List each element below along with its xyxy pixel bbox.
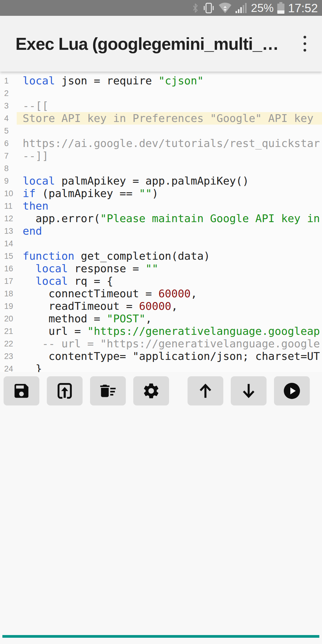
code-line[interactable]: 17 local rq = { [0, 275, 322, 287]
code-line-text[interactable]: } [17, 363, 322, 372]
battery-percent: 25% [251, 2, 274, 14]
code-line-text[interactable]: local response = "" [17, 262, 322, 275]
line-number: 21 [0, 327, 17, 336]
code-line[interactable]: 9local palmApikey = app.palmApiKey() [0, 175, 322, 187]
code-line[interactable]: 22 -- url = "https://generativelanguage.… [0, 338, 322, 350]
line-number: 16 [0, 264, 17, 273]
code-line-text[interactable]: readTimeout = 60000, [17, 300, 322, 312]
code-line-text[interactable] [17, 87, 322, 100]
move-down-button[interactable] [231, 376, 267, 405]
code-line-text[interactable]: --[[ [17, 100, 322, 112]
code-line[interactable]: 14 [0, 237, 322, 250]
vibrate-icon [202, 2, 215, 14]
code-line-text[interactable]: --]] [17, 150, 322, 162]
code-line[interactable]: 20 method = "POST", [0, 312, 322, 325]
code-line-text[interactable]: local rq = { [17, 275, 322, 287]
code-lines: 1local json = require "cjson"23--[[4Stor… [0, 75, 322, 372]
save-button[interactable] [4, 376, 39, 405]
line-number: 4 [0, 114, 17, 123]
line-number: 9 [0, 177, 17, 186]
code-line[interactable]: 23 contentType= "application/json; chars… [0, 350, 322, 363]
line-number: 6 [0, 139, 17, 148]
code-line[interactable]: 2 [0, 87, 322, 100]
line-number: 13 [0, 227, 17, 236]
arrow-down-icon [239, 382, 258, 400]
code-line[interactable]: 13end [0, 225, 322, 237]
code-line[interactable]: 5 [0, 125, 322, 137]
line-number: 8 [0, 164, 17, 173]
kebab-menu-icon[interactable] [296, 26, 313, 62]
code-line[interactable]: 12 app.error("Please maintain Google API… [0, 212, 322, 225]
play-icon [283, 382, 301, 400]
code-line-text[interactable]: method = "POST", [17, 312, 322, 325]
code-line-text-highlighted[interactable]: Store API key in Preferences "Google" AP… [17, 112, 322, 125]
line-number: 7 [0, 151, 17, 161]
code-line[interactable]: 4Store API key in Preferences "Google" A… [0, 112, 322, 125]
bluetooth-icon [191, 2, 199, 14]
battery-icon [277, 1, 285, 15]
line-number: 15 [0, 252, 17, 261]
line-number: 3 [0, 101, 17, 111]
line-number: 14 [0, 239, 17, 248]
code-line-text[interactable] [17, 237, 322, 250]
line-number: 5 [0, 126, 17, 136]
delete-button[interactable] [90, 376, 126, 405]
code-line-text[interactable] [17, 162, 322, 175]
line-number: 1 [0, 76, 17, 86]
clock: 17:52 [288, 2, 318, 14]
delete-sweep-icon [99, 382, 117, 400]
code-line[interactable]: 21 url = "https://generativelanguage.goo… [0, 325, 322, 338]
line-number: 19 [0, 302, 17, 311]
export-icon [55, 382, 74, 400]
settings-button[interactable] [133, 376, 169, 405]
code-line[interactable]: 10if (palmApikey == "") [0, 187, 322, 200]
code-line[interactable]: 3--[[ [0, 100, 322, 112]
export-button[interactable] [47, 376, 83, 405]
move-up-button[interactable] [188, 376, 223, 405]
line-number: 20 [0, 314, 17, 323]
arrow-up-icon [196, 382, 215, 400]
code-line-text[interactable]: connectTimeout = 60000, [17, 287, 322, 300]
code-line[interactable]: 11then [0, 200, 322, 212]
line-number: 18 [0, 289, 17, 298]
code-line[interactable]: 8 [0, 162, 322, 175]
code-line-text[interactable]: end [17, 225, 322, 237]
app-bar: Exec Lua (googlegemini_multi_… [0, 16, 322, 72]
code-line-text[interactable]: contentType= "application/json; charset=… [17, 350, 322, 363]
code-line-text[interactable]: -- url = "https://generativelanguage.goo… [17, 338, 322, 350]
line-number: 17 [0, 277, 17, 286]
bottom-accent-bar [2, 635, 319, 638]
code-line[interactable]: 19 readTimeout = 60000, [0, 300, 322, 312]
code-line-text[interactable]: url = "https://generativelanguage.google… [17, 325, 322, 338]
signal-strength-icon [235, 2, 248, 14]
line-number: 2 [0, 89, 17, 98]
code-line[interactable]: 7--]] [0, 150, 322, 162]
code-line[interactable]: 6https://ai.google.dev/tutorials/rest_qu… [0, 137, 322, 150]
code-line-text[interactable]: function get_completion(data) [17, 250, 322, 262]
toolbar [0, 376, 322, 405]
line-number: 10 [0, 189, 17, 198]
status-bar: 25% 17:52 [0, 0, 322, 16]
code-line[interactable]: 15function get_completion(data) [0, 250, 322, 262]
code-line-text[interactable]: local json = require "cjson" [17, 75, 322, 87]
code-line-text[interactable] [17, 125, 322, 137]
code-line-text[interactable]: app.error("Please maintain Google API ke… [17, 212, 322, 225]
code-editor[interactable]: 1local json = require "cjson"23--[[4Stor… [0, 72, 322, 372]
line-number: 11 [0, 202, 17, 211]
code-line-text[interactable]: if (palmApikey == "") [17, 187, 322, 200]
line-number: 23 [0, 352, 17, 361]
code-line[interactable]: 16 local response = "" [0, 262, 322, 275]
page-title: Exec Lua (googlegemini_multi_… [16, 34, 296, 54]
gear-icon [142, 382, 160, 400]
code-line[interactable]: 18 connectTimeout = 60000, [0, 287, 322, 300]
line-number: 12 [0, 214, 17, 223]
save-icon [12, 382, 31, 400]
code-line-text[interactable]: then [17, 200, 322, 212]
code-line-text[interactable]: https://ai.google.dev/tutorials/rest_qui… [17, 137, 322, 150]
run-button[interactable] [274, 376, 310, 405]
line-number: 22 [0, 339, 17, 349]
code-line-text[interactable]: local palmApikey = app.palmApiKey() [17, 175, 322, 187]
line-number: 24 [0, 364, 17, 372]
code-line[interactable]: 24 } [0, 363, 322, 372]
code-line[interactable]: 1local json = require "cjson" [0, 75, 322, 87]
